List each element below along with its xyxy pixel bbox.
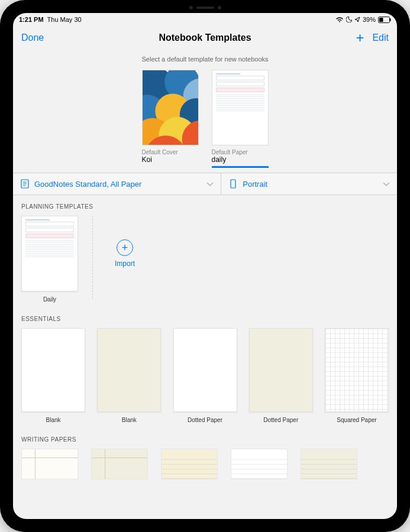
chevron-down-icon <box>206 180 214 189</box>
essentials-section-title: ESSENTIALS <box>21 316 389 322</box>
chevron-down-icon <box>383 180 390 189</box>
plus-circle-icon: + <box>117 239 133 256</box>
add-button[interactable]: + <box>356 31 364 45</box>
status-time: 1:21 PM <box>19 16 44 23</box>
moon-icon <box>346 17 352 22</box>
dotted-white-thumb <box>173 328 237 412</box>
page-icon <box>20 179 30 189</box>
writing-template-4[interactable] <box>231 449 288 479</box>
default-cover-value: Koi <box>142 155 199 164</box>
nav-bar: Done Notebook Templates + Edit <box>13 26 397 52</box>
blank-white-thumb <box>21 328 85 412</box>
essentials-section: ESSENTIALS Blank Blank Dotted Paper Dott… <box>13 307 397 428</box>
writing-template-3[interactable] <box>161 449 218 479</box>
template-blank-cream[interactable]: Blank <box>97 328 161 423</box>
planning-divider <box>92 216 93 299</box>
daily-template-thumb <box>21 216 78 291</box>
wifi-icon <box>335 17 344 22</box>
orientation-dropdown[interactable]: Portrait <box>221 173 397 194</box>
orientation-icon <box>228 179 238 189</box>
page-title: Notebook Templates <box>159 33 251 43</box>
default-paper-card[interactable]: Default Paper daily <box>212 70 269 168</box>
svg-rect-18 <box>231 180 235 188</box>
orientation-label: Portrait <box>243 180 267 189</box>
device-notch <box>182 6 229 9</box>
dotted-cream-thumb <box>249 328 313 412</box>
default-paper-label: Default Paper <box>212 149 269 155</box>
default-cover-card[interactable]: Default Cover Koi <box>142 70 199 168</box>
status-date: Thu May 30 <box>47 16 82 23</box>
filter-row: GoodNotes Standard, All Paper Portrait <box>13 173 397 195</box>
blank-cream-thumb <box>97 328 161 412</box>
template-label: Squared Paper <box>337 417 376 423</box>
writing-template-1[interactable] <box>21 449 78 479</box>
planning-section-title: PLANNING TEMPLATES <box>21 203 389 210</box>
battery-percent: 39% <box>363 16 376 23</box>
battery-icon <box>378 17 391 23</box>
template-label: Dotted Paper <box>263 417 298 423</box>
status-right: 39% <box>335 16 391 23</box>
writing-section: WRITING PAPERS <box>13 428 397 479</box>
writing-template-2[interactable] <box>91 449 148 479</box>
subtitle-text: Select a default template for new notebo… <box>13 52 397 70</box>
done-button[interactable]: Done <box>21 33 44 43</box>
planning-section: PLANNING TEMPLATES Daily <box>13 195 397 307</box>
ipad-device-frame: 1:21 PM Thu May 30 39% Done Notebook Tem… <box>0 0 410 532</box>
template-dotted-white[interactable]: Dotted Paper <box>173 328 237 423</box>
writing-template-5[interactable] <box>301 449 357 479</box>
template-blank-white[interactable]: Blank <box>21 328 85 423</box>
paper-set-dropdown[interactable]: GoodNotes Standard, All Paper <box>13 173 221 194</box>
template-dotted-cream[interactable]: Dotted Paper <box>249 328 313 423</box>
koi-cover-thumb <box>142 70 199 145</box>
import-button[interactable]: + Import <box>107 216 143 291</box>
template-daily[interactable]: Daily <box>21 216 78 303</box>
svg-rect-1 <box>379 18 383 22</box>
template-label: Blank <box>122 417 137 423</box>
daily-paper-thumb <box>212 70 269 145</box>
defaults-row: Default Cover Koi Default Paper daily <box>13 70 397 173</box>
template-label: Dotted Paper <box>188 417 222 423</box>
default-paper-value: daily <box>212 155 269 164</box>
location-icon <box>354 17 360 22</box>
status-bar: 1:21 PM Thu May 30 39% <box>13 13 397 26</box>
template-label: Blank <box>46 417 60 423</box>
writing-section-title: WRITING PAPERS <box>21 436 389 443</box>
squared-thumb <box>325 328 389 412</box>
screen: 1:21 PM Thu May 30 39% Done Notebook Tem… <box>13 13 397 519</box>
edit-button[interactable]: Edit <box>372 33 389 43</box>
template-daily-label: Daily <box>43 296 56 303</box>
svg-rect-2 <box>390 18 391 21</box>
default-cover-label: Default Cover <box>142 149 199 155</box>
paper-set-label: GoodNotes Standard, All Paper <box>34 180 141 189</box>
selected-underline <box>212 166 269 168</box>
import-label: Import <box>115 259 135 268</box>
template-squared[interactable]: Squared Paper <box>325 328 389 423</box>
